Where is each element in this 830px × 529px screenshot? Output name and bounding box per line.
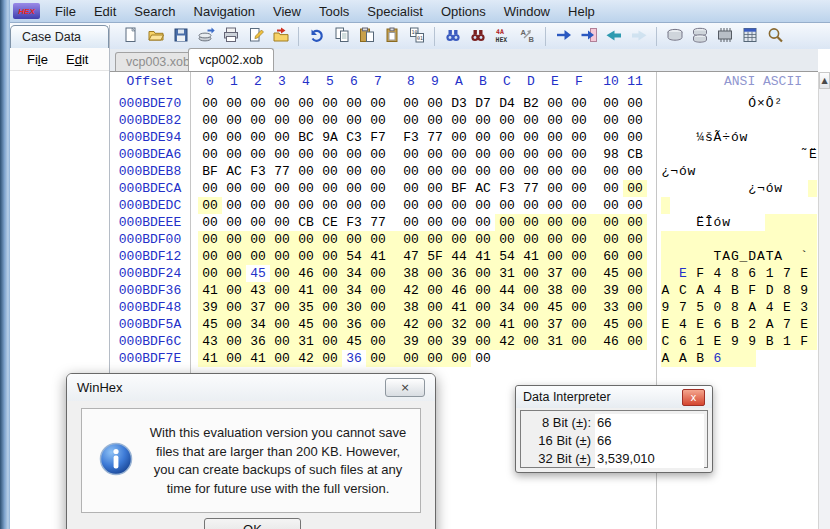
hex-byte[interactable]: 00 bbox=[270, 129, 294, 146]
ascii-char[interactable] bbox=[678, 129, 687, 146]
menu-specialist[interactable]: Specialist bbox=[358, 2, 432, 21]
hex-byte[interactable]: 00 bbox=[423, 146, 447, 163]
hex-byte[interactable]: 00 bbox=[198, 129, 222, 146]
ascii-char[interactable]: C bbox=[661, 333, 670, 350]
ascii-char[interactable] bbox=[670, 282, 679, 299]
ascii-char[interactable] bbox=[730, 197, 739, 214]
ascii-char[interactable] bbox=[748, 112, 757, 129]
ascii-char[interactable]: ó bbox=[678, 163, 687, 180]
hex-byte[interactable]: 46 bbox=[294, 265, 318, 282]
hex-byte[interactable]: F7 bbox=[366, 129, 390, 146]
hex-byte[interactable]: 77 bbox=[366, 214, 390, 231]
ascii-char[interactable] bbox=[774, 163, 783, 180]
ascii-char[interactable] bbox=[713, 112, 722, 129]
ascii-char[interactable] bbox=[730, 350, 739, 367]
ascii-char[interactable] bbox=[791, 299, 800, 316]
hex-byte[interactable]: 00 bbox=[366, 316, 390, 333]
ascii-char[interactable] bbox=[808, 316, 817, 333]
ascii-char[interactable]: 9 bbox=[748, 333, 757, 350]
ascii-char[interactable]: ¿ bbox=[748, 180, 757, 197]
data-interpreter-title-bar[interactable]: Data Interpreter x bbox=[516, 386, 712, 408]
ascii-char[interactable] bbox=[722, 350, 731, 367]
hex-byte[interactable]: 00 bbox=[294, 112, 318, 129]
hex-byte[interactable]: 00 bbox=[399, 214, 423, 231]
hex-byte[interactable]: 34 bbox=[342, 265, 366, 282]
hex-byte[interactable]: 00 bbox=[567, 180, 591, 197]
hex-byte[interactable]: 00 bbox=[318, 350, 342, 367]
hex-byte[interactable]: 00 bbox=[623, 282, 647, 299]
ascii-char[interactable]: 9 bbox=[800, 282, 809, 299]
ok-button[interactable]: OK bbox=[204, 518, 301, 529]
hex-byte[interactable]: 39 bbox=[447, 333, 471, 350]
hex-byte[interactable]: 00 bbox=[342, 163, 366, 180]
ascii-char[interactable]: 7 bbox=[678, 299, 687, 316]
menu-view[interactable]: View bbox=[264, 2, 310, 21]
ascii-char[interactable] bbox=[782, 180, 791, 197]
hex-byte[interactable]: CB bbox=[623, 146, 647, 163]
hex-byte[interactable]: 35 bbox=[294, 299, 318, 316]
ascii-char[interactable]: ó bbox=[713, 214, 722, 231]
hex-byte[interactable]: 00 bbox=[599, 95, 623, 112]
hex-byte[interactable]: 46 bbox=[599, 333, 623, 350]
hex-byte[interactable]: 00 bbox=[623, 265, 647, 282]
ascii-char[interactable] bbox=[739, 299, 748, 316]
hex-byte[interactable]: 00 bbox=[366, 112, 390, 129]
ascii-char[interactable] bbox=[739, 146, 748, 163]
ascii-char[interactable] bbox=[730, 95, 739, 112]
ascii-char[interactable] bbox=[791, 265, 800, 282]
ascii-char[interactable] bbox=[670, 350, 679, 367]
ascii-char[interactable]: š bbox=[704, 129, 713, 146]
ascii-char[interactable]: E bbox=[713, 333, 722, 350]
hex-byte[interactable]: 41 bbox=[495, 316, 519, 333]
ascii-char[interactable] bbox=[765, 231, 774, 248]
hex-byte[interactable]: 41 bbox=[471, 248, 495, 265]
hex-byte[interactable]: 00 bbox=[294, 180, 318, 197]
hex-byte[interactable]: 45 bbox=[543, 299, 567, 316]
hex-byte[interactable]: 00 bbox=[543, 197, 567, 214]
hex-byte[interactable]: 00 bbox=[198, 146, 222, 163]
hex-byte[interactable]: 00 bbox=[270, 231, 294, 248]
hex-byte[interactable]: 00 bbox=[198, 95, 222, 112]
ascii-char[interactable]: F bbox=[696, 265, 705, 282]
hex-byte[interactable]: 41 bbox=[447, 299, 471, 316]
hex-byte[interactable]: 00 bbox=[222, 350, 246, 367]
hex-byte[interactable]: 45 bbox=[198, 316, 222, 333]
ascii-char[interactable] bbox=[687, 333, 696, 350]
hex-byte[interactable]: F3 bbox=[399, 129, 423, 146]
hex-byte[interactable]: 00 bbox=[423, 95, 447, 112]
ascii-char[interactable] bbox=[782, 197, 791, 214]
ascii-char[interactable] bbox=[791, 333, 800, 350]
ascii-char[interactable] bbox=[704, 265, 713, 282]
paste-write-button[interactable] bbox=[354, 25, 379, 47]
menu-window[interactable]: Window bbox=[495, 2, 559, 21]
hex-byte[interactable]: 00 bbox=[519, 112, 543, 129]
ascii-char[interactable] bbox=[782, 146, 791, 163]
ascii-char[interactable] bbox=[661, 146, 670, 163]
clipboard-paste-button[interactable] bbox=[379, 25, 404, 47]
hex-byte[interactable]: 00 bbox=[222, 95, 246, 112]
ascii-char[interactable] bbox=[791, 316, 800, 333]
ascii-char[interactable] bbox=[670, 197, 679, 214]
hex-byte[interactable]: 00 bbox=[519, 146, 543, 163]
hex-byte[interactable]: 00 bbox=[567, 231, 591, 248]
ascii-char[interactable] bbox=[808, 197, 817, 214]
ascii-char[interactable] bbox=[765, 146, 774, 163]
ascii-char[interactable] bbox=[791, 214, 800, 231]
hex-byte[interactable]: 00 bbox=[447, 112, 471, 129]
ascii-char[interactable] bbox=[704, 163, 713, 180]
open-folder-button[interactable] bbox=[268, 25, 293, 47]
ascii-char[interactable] bbox=[696, 163, 705, 180]
hex-byte[interactable]: 00 bbox=[366, 350, 390, 367]
properties-button[interactable] bbox=[243, 25, 268, 47]
hex-byte[interactable]: 36 bbox=[447, 265, 471, 282]
hex-byte[interactable]: 39 bbox=[599, 282, 623, 299]
ascii-char[interactable] bbox=[670, 112, 679, 129]
ascii-char[interactable] bbox=[774, 197, 783, 214]
hex-byte[interactable]: 00 bbox=[471, 333, 495, 350]
ascii-char[interactable] bbox=[704, 112, 713, 129]
hex-byte[interactable]: 00 bbox=[471, 214, 495, 231]
ascii-char[interactable]: C bbox=[678, 282, 687, 299]
hex-byte[interactable]: 00 bbox=[471, 146, 495, 163]
hex-byte[interactable]: 00 bbox=[222, 299, 246, 316]
ascii-char[interactable]: 8 bbox=[730, 299, 739, 316]
